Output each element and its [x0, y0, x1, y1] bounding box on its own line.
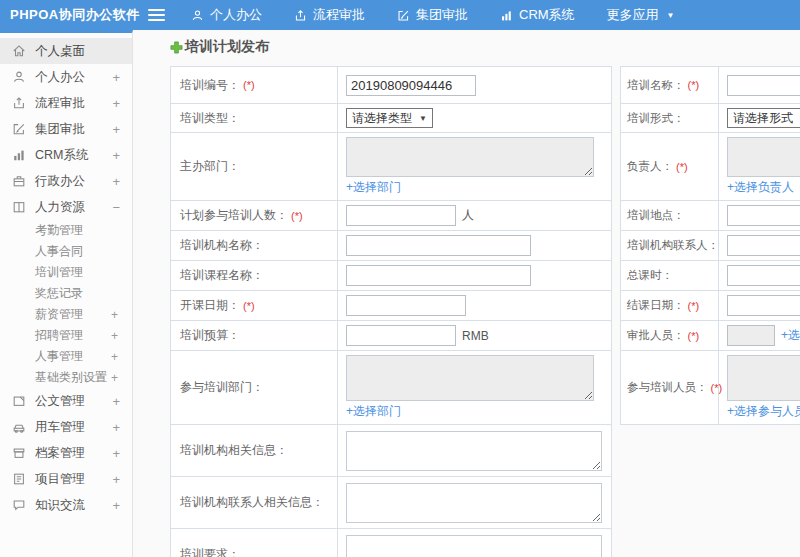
- nav-more-apps[interactable]: 更多应用 ▼: [607, 6, 675, 24]
- select-leader-link[interactable]: +选择负责人: [727, 179, 794, 196]
- sidebar-item-document-mgmt[interactable]: 公文管理 +: [0, 388, 132, 414]
- sidebar-item-knowledge-exchange[interactable]: 知识交流 +: [0, 492, 132, 518]
- sidebar-subitem-salary-mgmt[interactable]: 薪资管理 +: [0, 304, 132, 325]
- field-label: 培训机构名称：: [180, 237, 264, 254]
- planned-participants-input[interactable]: [346, 205, 456, 226]
- expand-icon[interactable]: +: [112, 70, 120, 85]
- training-form-select[interactable]: 请选择形式 ▼: [727, 108, 800, 128]
- sidebar-item-personal-office[interactable]: 个人办公 +: [0, 64, 132, 90]
- hr-book-icon: [12, 200, 27, 214]
- required-mark: (*): [676, 161, 688, 173]
- host-dept-textarea[interactable]: [346, 137, 594, 177]
- field-label: 主办部门：: [180, 158, 240, 175]
- unit-suffix: 人: [462, 207, 474, 224]
- sidebar-item-admin-office[interactable]: 行政办公 +: [0, 168, 132, 194]
- briefcase-icon: [12, 174, 27, 188]
- field-label: 培训类型：: [180, 110, 240, 127]
- leader-textarea[interactable]: [727, 137, 800, 177]
- document-icon: [12, 394, 27, 408]
- expand-icon[interactable]: +: [112, 174, 120, 189]
- sidebar-subitem-base-category[interactable]: 基础类别设置 +: [0, 367, 132, 388]
- total-hours-input[interactable]: [727, 265, 800, 286]
- select-dept-link[interactable]: +选择部门: [346, 179, 401, 196]
- sidebar-subitem-recruit-mgmt[interactable]: 招聘管理 +: [0, 325, 132, 346]
- workflow-icon: [12, 96, 27, 110]
- end-date-input[interactable]: [727, 295, 800, 316]
- sidebar-subitem-hr-contract[interactable]: 人事合同: [0, 241, 132, 262]
- training-name-input[interactable]: [727, 75, 800, 96]
- expand-icon[interactable]: +: [112, 446, 120, 461]
- nav-group-approval[interactable]: 集团审批: [397, 6, 468, 24]
- form-row-training-requirements: 培训要求：: [171, 529, 611, 557]
- sidebar-item-vehicle-mgmt[interactable]: 用车管理 +: [0, 414, 132, 440]
- chat-icon: [12, 498, 27, 512]
- sidebar-item-crm[interactable]: CRM系统 +: [0, 142, 132, 168]
- sidebar-item-hr[interactable]: 人力资源 −: [0, 194, 132, 220]
- plus-icon: [170, 41, 183, 54]
- sidebar-subitem-personnel-mgmt[interactable]: 人事管理 +: [0, 346, 132, 367]
- expand-icon[interactable]: +: [111, 308, 118, 322]
- expand-icon[interactable]: +: [111, 329, 118, 343]
- sidebar-item-project-mgmt[interactable]: 项目管理 +: [0, 466, 132, 492]
- app-logo: PHPOA协同办公软件: [0, 6, 148, 24]
- field-label: 结课日期：: [627, 298, 685, 313]
- top-header: PHPOA协同办公软件 个人办公 流程审批 集团审批 CRM系统 更多应用 ▼: [0, 0, 800, 30]
- user-icon: [191, 9, 204, 22]
- sidebar-subitem-attendance[interactable]: 考勤管理: [0, 220, 132, 241]
- required-mark: (*): [243, 300, 255, 312]
- sidebar-item-archive-mgmt[interactable]: 档案管理 +: [0, 440, 132, 466]
- page-title: 培训计划发布: [170, 38, 800, 56]
- nav-personal-office[interactable]: 个人办公: [191, 6, 262, 24]
- expand-icon[interactable]: +: [112, 498, 120, 513]
- expand-icon[interactable]: +: [112, 420, 120, 435]
- training-requirements-textarea[interactable]: [346, 535, 602, 557]
- field-label: 培训名称：: [627, 78, 685, 93]
- form-row-approver: 审批人员：(*) +选择审批人员: [621, 321, 800, 351]
- expand-icon[interactable]: +: [112, 122, 120, 137]
- expand-icon[interactable]: +: [112, 148, 120, 163]
- training-no-input[interactable]: [346, 75, 476, 96]
- sidebar-item-desktop[interactable]: 个人桌面: [0, 38, 132, 64]
- select-approver-link[interactable]: +选择审批人员: [781, 327, 800, 344]
- collapse-icon[interactable]: −: [112, 200, 120, 215]
- training-plan-form: 培训编号：(*) 培训类型： 请选择类型 ▼ 主办部门： +选择部门: [170, 66, 800, 557]
- org-name-input[interactable]: [346, 235, 531, 256]
- sidebar-item-group-approval[interactable]: 集团审批 +: [0, 116, 132, 142]
- training-type-select[interactable]: 请选择类型 ▼: [346, 108, 433, 128]
- org-info-textarea[interactable]: [346, 431, 602, 471]
- expand-icon[interactable]: +: [111, 371, 118, 385]
- select-trainees-link[interactable]: +选择参与人员: [727, 403, 800, 420]
- location-input[interactable]: [727, 205, 800, 226]
- expand-icon[interactable]: +: [112, 394, 120, 409]
- participating-dept-textarea[interactable]: [346, 355, 594, 401]
- form-row-org-contact: 培训机构联系人：: [621, 231, 800, 261]
- sidebar-item-workflow-approval[interactable]: 流程审批 +: [0, 90, 132, 116]
- edit-icon: [12, 122, 27, 136]
- menu-icon[interactable]: [148, 9, 165, 21]
- trainees-textarea[interactable]: [727, 355, 800, 401]
- sidebar-subitem-training-mgmt[interactable]: 培训管理: [0, 262, 132, 283]
- required-mark: (*): [688, 79, 700, 91]
- form-row-planned-participants: 计划参与培训人数：(*) 人: [171, 201, 611, 231]
- form-row-org-info: 培训机构相关信息：: [171, 425, 611, 477]
- required-mark: (*): [688, 330, 700, 342]
- expand-icon[interactable]: +: [111, 350, 118, 364]
- course-name-input[interactable]: [346, 265, 531, 286]
- expand-icon[interactable]: +: [112, 472, 120, 487]
- approver-input[interactable]: [727, 325, 775, 346]
- form-row-participating-dept: 参与培训部门： +选择部门: [171, 351, 611, 425]
- field-label: 培训机构相关信息：: [180, 442, 288, 459]
- form-row-budget: 培训预算： RMB: [171, 321, 611, 351]
- org-contact-info-textarea[interactable]: [346, 483, 602, 523]
- form-row-start-date: 开课日期：(*): [171, 291, 611, 321]
- start-date-input[interactable]: [346, 295, 466, 316]
- sidebar-subitem-reward-record[interactable]: 奖惩记录: [0, 283, 132, 304]
- nav-workflow-approval[interactable]: 流程审批: [294, 6, 365, 24]
- nav-crm[interactable]: CRM系统: [500, 6, 575, 24]
- field-label: 开课日期：: [180, 297, 240, 314]
- org-contact-input[interactable]: [727, 235, 800, 256]
- budget-input[interactable]: [346, 325, 456, 346]
- select-dept-link[interactable]: +选择部门: [346, 403, 401, 420]
- home-icon: [12, 44, 27, 58]
- expand-icon[interactable]: +: [112, 96, 120, 111]
